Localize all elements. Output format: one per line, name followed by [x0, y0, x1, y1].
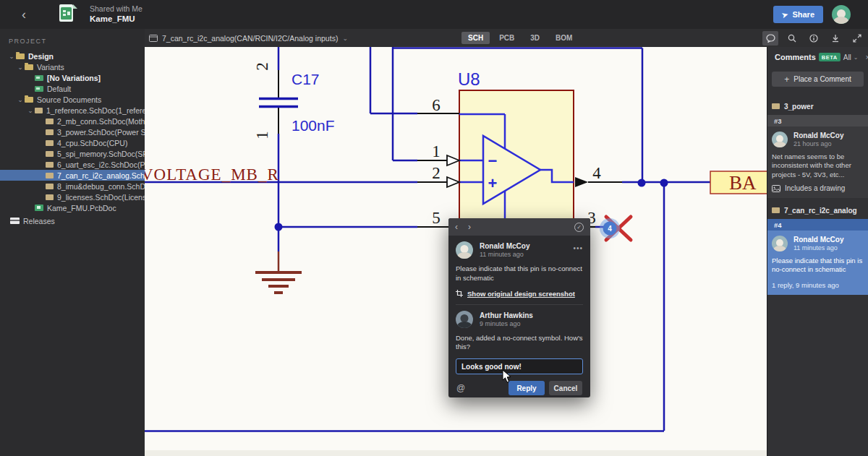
sidebar-item-design[interactable]: ⌄ Design [0, 51, 145, 61]
schdoc-icon [46, 184, 54, 189]
comment-marker-4[interactable]: 4 [600, 218, 620, 238]
expand-icon [853, 34, 861, 43]
variant-icon [35, 75, 43, 81]
releases-box-icon [10, 218, 20, 224]
sidebar-item-7-can-rc-i2c-analog[interactable]: 7_can_rc_i2c_analog.SchDoc... [0, 170, 145, 181]
ground-symbol[interactable] [255, 251, 302, 293]
download-icon [831, 34, 840, 43]
comment-number-bar[interactable]: #4 [767, 219, 868, 231]
tab-bom[interactable]: BOM [549, 32, 579, 44]
sidebar-item-default-variant[interactable]: Default [0, 83, 145, 94]
sidebar-item-1-reference[interactable]: ⌄ 1_reference.SchDoc(1_reference) [0, 105, 145, 116]
c17-value[interactable]: 100nF [292, 117, 335, 134]
place-comment-button[interactable]: + Place a Comment [772, 72, 864, 87]
pin6-number: 6 [432, 96, 441, 114]
document-tab-bar: 7_can_rc_i2c_analog(CAN/RCIN/I2C/Analog … [145, 29, 868, 47]
more-options-icon[interactable]: ••• [573, 244, 583, 252]
folder-icon [16, 53, 25, 59]
opamp-minus-label: − [488, 152, 498, 170]
sidebar-section-title: PROJECT [0, 29, 145, 51]
schdoc-icon [46, 173, 54, 178]
info-button[interactable] [806, 31, 822, 46]
comment-group-3-power: 3_power [767, 101, 868, 111]
view-tabs: SCH PCB 3D BOM [461, 29, 579, 47]
breadcrumb-parent[interactable]: Shared with Me [90, 4, 142, 14]
sidebar-item-kame-fmu-pcbdoc[interactable]: Kame_FMU.PcbDoc [0, 202, 145, 213]
cancel-button[interactable]: Cancel [549, 381, 582, 395]
mention-icon[interactable]: @ [456, 383, 465, 393]
back-icon[interactable]: ‹ [22, 8, 26, 21]
net-label-ba[interactable]: BA [710, 171, 767, 194]
plus-icon: + [784, 74, 789, 85]
comment-card-4-selected[interactable]: Ronald McCoy 11 minutes ago Please indic… [767, 231, 868, 295]
sidebar-item-6-uart-esc-i2c[interactable]: 6_uart_esc_i2c.SchDoc(PWM... [0, 159, 145, 170]
schematic-canvas[interactable]: − + [145, 47, 767, 456]
mouse-cursor [502, 369, 512, 384]
next-comment-icon[interactable]: › [468, 222, 471, 232]
schdoc-icon [46, 129, 54, 135]
search-button[interactable] [784, 31, 800, 46]
pin1-arrow-icon [447, 155, 459, 165]
comment-marker-number: 4 [608, 225, 612, 233]
reply-input[interactable] [456, 358, 583, 374]
sidebar-item-source-documents[interactable]: ⌄ Source Documents [0, 94, 145, 105]
comment-thread-popup: ‹ › ✓ Ronald McCoy 11 minutes ago [448, 218, 590, 397]
divider [456, 304, 583, 305]
sidebar-item-4-cpu[interactable]: 4_cpu.SchDoc(CPU) [0, 137, 145, 148]
fullscreen-button[interactable] [849, 31, 865, 46]
u8-designator[interactable]: U8 [458, 69, 480, 89]
schdoc-icon [772, 103, 780, 109]
schdoc-icon [35, 108, 43, 113]
share-button[interactable]: ➤ Share [773, 6, 823, 23]
show-original-screenshot-link[interactable]: Show original design screenshot [456, 290, 583, 298]
tab-3d[interactable]: 3D [524, 32, 546, 44]
chevron-down-icon[interactable]: ⌄ [16, 96, 25, 103]
panel-title: Comments [775, 53, 816, 61]
breadcrumb: Shared with Me Kame_FMU [90, 4, 142, 25]
comment-number-bar[interactable]: #3 [767, 115, 868, 126]
sidebar-item-variants[interactable]: ⌄ Variants [0, 61, 145, 72]
folder-icon [25, 97, 33, 103]
folder-icon [25, 64, 33, 70]
u8-opamp[interactable]: − + [459, 90, 574, 240]
c17-designator[interactable]: C17 [292, 71, 320, 87]
popup-actions: @ Reply Cancel [456, 381, 583, 395]
schdoc-icon [46, 162, 54, 168]
net-label-voltage-mb-r[interactable]: VOLTAGE_MB_R [145, 165, 279, 184]
chevron-down-icon[interactable]: ⌄ [16, 64, 25, 71]
cap-pin2-number: 2 [253, 62, 271, 71]
comment-author: Ronald McCoy [480, 242, 529, 250]
project-sidebar: PROJECT ⌄ Design ⌄ Variants [No Variatio… [0, 29, 145, 456]
sidebar-item-5-spi-memory[interactable]: 5_spi_memory.SchDoc(SPI ... [0, 148, 145, 159]
user-avatar[interactable] [832, 5, 851, 24]
chevron-down-icon[interactable]: ⌄ [26, 107, 35, 114]
sidebar-item-3-power[interactable]: 3_power.SchDoc(Power Sup... [0, 126, 145, 137]
comment-time: 21 hours ago [793, 140, 843, 147]
sidebar-item-releases[interactable]: Releases [0, 215, 145, 226]
comments-tool-button[interactable] [762, 31, 778, 46]
close-panel-icon[interactable]: × [866, 53, 868, 61]
share-icon: ➤ [781, 10, 789, 20]
reply-button[interactable]: Reply [509, 381, 545, 395]
chevron-down-icon: ⌄ [854, 54, 859, 61]
filter-dropdown[interactable]: All ⌄ [843, 53, 859, 61]
comment-author: Ronald McCoy [793, 132, 843, 139]
comment-text: Please indicate that this pin is no-conn… [772, 257, 864, 275]
tab-pcb[interactable]: PCB [493, 32, 521, 44]
project-pcb-icon [56, 4, 78, 25]
resolve-check-icon[interactable]: ✓ [574, 223, 584, 232]
schdoc-icon [46, 194, 54, 200]
sidebar-item-9-licenses[interactable]: 9_licenses.SchDoc(Licenses) [0, 192, 145, 202]
document-selector[interactable]: 7_can_rc_i2c_analog(CAN/RCIN/I2C/Analog … [149, 29, 348, 47]
sidebar-item-no-variations[interactable]: [No Variations] [0, 72, 145, 83]
reply-count[interactable]: 1 reply, 9 minutes ago [772, 281, 864, 289]
sidebar-item-8-imu-debug-conn[interactable]: 8_imu&debug_conn.SchDoc(... [0, 181, 145, 192]
avatar [456, 241, 473, 259]
chevron-down-icon[interactable]: ⌄ [7, 53, 16, 60]
avatar [772, 236, 788, 251]
tab-sch[interactable]: SCH [461, 32, 490, 44]
comment-card-3[interactable]: Ronald McCoy 21 hours ago Net names seem… [767, 126, 868, 198]
sidebar-item-2-mb-conn[interactable]: 2_mb_conn.SchDoc(Motherb... [0, 116, 145, 126]
download-button[interactable] [827, 31, 843, 46]
prev-comment-icon[interactable]: ‹ [455, 222, 458, 232]
